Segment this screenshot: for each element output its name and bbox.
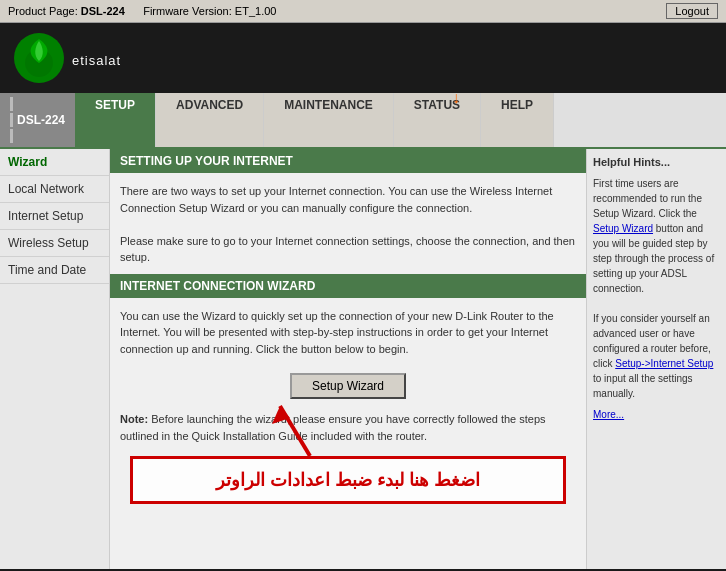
brand-name: etisalat xyxy=(72,53,121,68)
internet-setup-link[interactable]: Setup->Internet Setup xyxy=(615,358,713,369)
tab-status[interactable]: STATUS ↓ xyxy=(394,93,481,147)
header: etisalat xyxy=(0,23,726,93)
note-section: Note: Before launching the wizard, pleas… xyxy=(110,407,586,448)
main-layout: Wizard Local Network Internet Setup Wire… xyxy=(0,149,726,569)
tab-advanced[interactable]: ADVANCED xyxy=(156,93,264,147)
logout-button[interactable]: Logout xyxy=(666,3,718,19)
sidebar-item-time-date[interactable]: Time and Date xyxy=(0,257,109,284)
section1-body: There are two ways to set up your Intern… xyxy=(110,179,586,274)
sidebar-item-wireless-setup[interactable]: Wireless Setup xyxy=(0,230,109,257)
logo-area: etisalat xyxy=(14,33,121,83)
hints-panel: Helpful Hints... First time users are re… xyxy=(586,149,726,569)
nav-tabs-bar: DSL-224 SETUP ADVANCED MAINTENANCE STATU… xyxy=(0,93,726,149)
section1-header: SETTING UP YOUR INTERNET xyxy=(110,149,586,173)
logo-circle xyxy=(14,33,64,83)
content-area: SETTING UP YOUR INTERNET There are two w… xyxy=(110,149,586,569)
hints-body: First time users are recommended to run … xyxy=(593,176,720,422)
sidebar-item-wizard[interactable]: Wizard xyxy=(0,149,109,176)
model-label: DSL-224 xyxy=(0,93,75,147)
section2-header: INTERNET CONNECTION WIZARD xyxy=(110,274,586,298)
sidebar-item-local-network[interactable]: Local Network xyxy=(0,176,109,203)
arabic-callout-wrapper: اضغط هنا لبدء ضبط اعدادات الراوتر xyxy=(120,456,576,504)
setup-wizard-link[interactable]: Setup Wizard xyxy=(593,223,653,234)
tab-maintenance[interactable]: MAINTENANCE xyxy=(264,93,394,147)
hints-title: Helpful Hints... xyxy=(593,155,720,170)
arabic-callout-box: اضغط هنا لبدء ضبط اعدادات الراوتر xyxy=(130,456,566,504)
section2-body: You can use the Wizard to quickly set up… xyxy=(110,304,586,366)
top-bar: Product Page: DSL-224 Firmware Version: … xyxy=(0,0,726,23)
setup-wizard-button[interactable]: Setup Wizard xyxy=(290,373,406,399)
tab-help[interactable]: HELP xyxy=(481,93,554,147)
more-link[interactable]: More... xyxy=(593,407,720,422)
sidebar: Wizard Local Network Internet Setup Wire… xyxy=(0,149,110,569)
product-info: Product Page: DSL-224 Firmware Version: … xyxy=(8,5,276,17)
tab-setup[interactable]: SETUP xyxy=(75,93,156,147)
sidebar-item-internet-setup[interactable]: Internet Setup xyxy=(0,203,109,230)
